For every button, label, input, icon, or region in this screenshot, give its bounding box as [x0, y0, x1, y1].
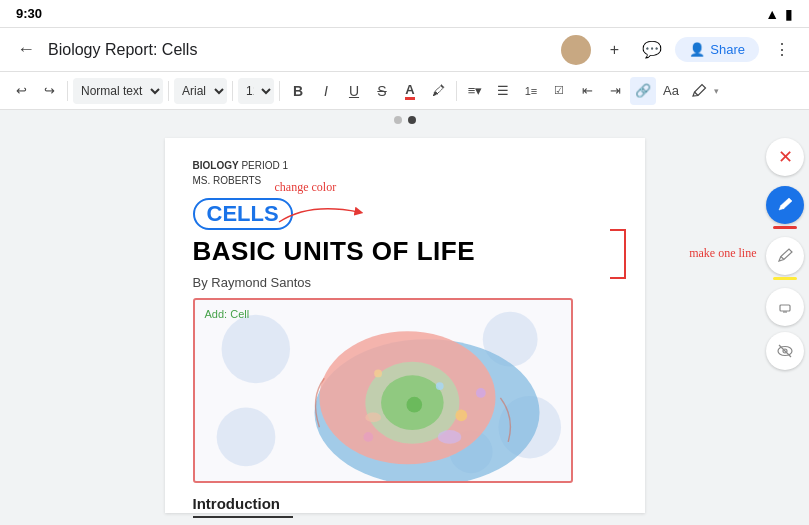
svg-point-0	[221, 315, 289, 383]
number-list-button[interactable]: 1≡	[518, 77, 544, 105]
bullet-list-button[interactable]: ☰	[490, 77, 516, 105]
pen-icon	[776, 196, 794, 214]
intro-title: Introduction	[193, 495, 617, 512]
document-wrapper: BIOLOGY PERIOD 1 MS. ROBERTS CELLS	[0, 128, 809, 523]
document-title: Biology Report: Cells	[48, 41, 553, 59]
strikethrough-button[interactable]: S	[369, 77, 395, 105]
document: BIOLOGY PERIOD 1 MS. ROBERTS CELLS	[165, 138, 645, 513]
align-button[interactable]: ≡▾	[462, 77, 488, 105]
basic-units-title: BASIC UNITS OF LIFE	[193, 236, 476, 266]
pen-color-indicator	[773, 226, 797, 229]
toolbar-divider-4	[279, 81, 280, 101]
highlight-icon	[776, 247, 794, 265]
basic-units-row: BASIC UNITS OF LIFE make one line	[193, 236, 617, 267]
eraser-button[interactable]	[766, 288, 804, 326]
hide-annotations-button[interactable]	[766, 332, 804, 370]
link-button[interactable]: 🔗	[630, 77, 656, 105]
font-select[interactable]: Arial	[174, 78, 227, 104]
share-icon: 👤	[689, 42, 705, 57]
comment-button[interactable]: 💬	[637, 35, 667, 65]
status-icons: ▲ ▮	[765, 6, 793, 22]
status-time: 9:30	[16, 6, 42, 21]
cell-diagram	[195, 300, 571, 481]
dot-2[interactable]	[408, 116, 416, 124]
right-toolbar: ✕	[761, 128, 809, 523]
main-area: BIOLOGY PERIOD 1 MS. ROBERTS CELLS	[0, 128, 809, 523]
svg-point-13	[374, 369, 382, 377]
size-select[interactable]: 11	[238, 78, 274, 104]
toolbar-divider-5	[456, 81, 457, 101]
toolbar-divider-3	[232, 81, 233, 101]
bio-header: BIOLOGY PERIOD 1 MS. ROBERTS	[193, 158, 617, 188]
bracket-svg	[605, 226, 635, 286]
period-label: PERIOD 1	[241, 160, 288, 171]
toolbar-divider-1	[67, 81, 68, 101]
annotation-change-color: change color	[275, 180, 337, 195]
add-cell-annotation: Add: Cell	[205, 308, 250, 320]
close-annotation-button[interactable]: ✕	[766, 138, 804, 176]
pagination-dots	[0, 110, 809, 128]
undo-button[interactable]: ↩	[8, 77, 34, 105]
title-bar-right: + 💬 👤 Share ⋮	[561, 35, 797, 65]
svg-point-12	[475, 388, 485, 398]
eye-icon	[776, 342, 794, 360]
share-label: Share	[710, 42, 745, 57]
svg-rect-17	[780, 305, 790, 311]
svg-point-14	[437, 430, 460, 444]
bold-button[interactable]: B	[285, 77, 311, 105]
close-icon: ✕	[778, 146, 793, 168]
intro-underline	[193, 516, 293, 518]
checklist-button[interactable]: ☑	[546, 77, 572, 105]
biology-label: BIOLOGY	[193, 160, 239, 171]
cell-image-box: Add: Cell	[193, 298, 573, 483]
format-button[interactable]: Aa	[658, 77, 684, 105]
pen-tool-button[interactable]	[766, 186, 804, 224]
intro-text: Cells are the building blocks of every l…	[193, 522, 617, 523]
toolbar-divider-2	[168, 81, 169, 101]
add-button[interactable]: +	[599, 35, 629, 65]
redo-button[interactable]: ↪	[36, 77, 62, 105]
cells-title-row: CELLS change color	[193, 198, 617, 232]
annotation-make-one-line: make one line	[689, 246, 756, 261]
svg-point-3	[216, 408, 275, 467]
by-line: By Raymond Santos	[193, 275, 617, 290]
introduction: Introduction Cells are the building bloc…	[193, 495, 617, 523]
svg-point-16	[435, 382, 443, 390]
more-button[interactable]: ⋮	[767, 35, 797, 65]
teacher-label: MS. ROBERTS	[193, 175, 262, 186]
battery-icon: ▮	[785, 6, 793, 22]
highlight-button[interactable]: 🖍	[425, 77, 451, 105]
avatar	[561, 35, 591, 65]
title-bar: ← Biology Report: Cells + 💬 👤 Share ⋮	[0, 28, 809, 72]
highlight-tool-button[interactable]	[766, 237, 804, 275]
style-select[interactable]: Normal text	[73, 78, 163, 104]
svg-point-11	[363, 432, 373, 442]
svg-point-10	[455, 410, 467, 422]
svg-point-9	[406, 397, 422, 413]
dot-1[interactable]	[394, 116, 402, 124]
wifi-icon: ▲	[765, 6, 779, 22]
change-color-arrow	[269, 194, 389, 226]
highlight-color-indicator	[773, 277, 797, 280]
italic-button[interactable]: I	[313, 77, 339, 105]
status-bar: 9:30 ▲ ▮	[0, 0, 809, 28]
svg-point-15	[365, 413, 381, 423]
eraser-icon	[776, 298, 794, 316]
underline-button[interactable]: U	[341, 77, 367, 105]
indent-increase-button[interactable]: ⇥	[602, 77, 628, 105]
back-button[interactable]: ←	[12, 36, 40, 64]
text-color-button[interactable]: A	[397, 77, 423, 105]
pen-mode-button[interactable]	[686, 77, 712, 105]
share-button[interactable]: 👤 Share	[675, 37, 759, 62]
indent-decrease-button[interactable]: ⇤	[574, 77, 600, 105]
toolbar: ↩ ↪ Normal text Arial 11 B I U S A 🖍 ≡▾ …	[0, 72, 809, 110]
